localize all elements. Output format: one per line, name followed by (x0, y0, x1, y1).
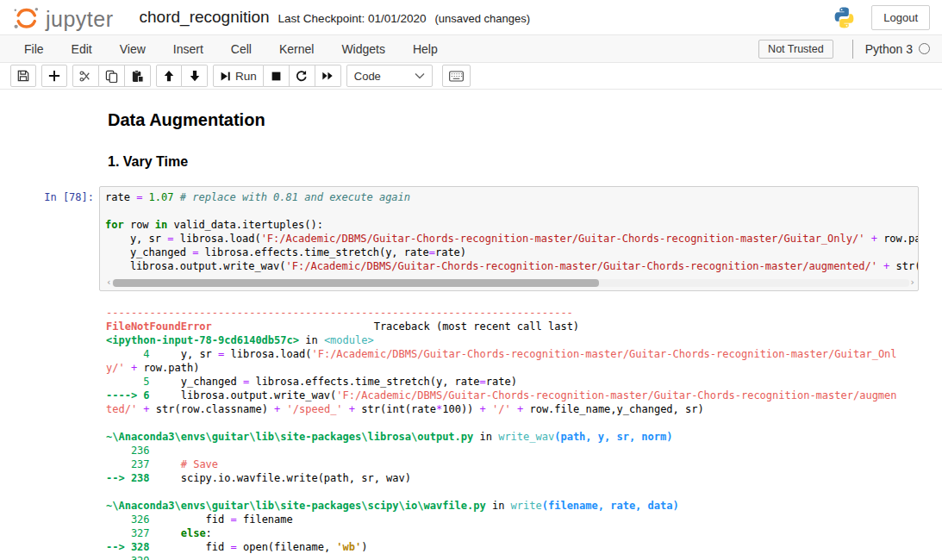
autosave-status: (unsaved changes) (434, 12, 530, 25)
cell-type-dropdown[interactable]: Code (346, 65, 433, 87)
checkpoint-text: Last Checkpoint: 01/01/2020 (278, 12, 427, 25)
cut-icon (79, 70, 92, 83)
move-cell-up-button[interactable] (156, 65, 182, 87)
scrollbar-thumb[interactable] (113, 279, 599, 287)
scrollbar-track[interactable] (112, 279, 908, 287)
run-cell-button[interactable]: Run (213, 65, 264, 87)
menu-view[interactable]: View (106, 36, 159, 62)
header: jupyter chord_recognition Last Checkpoin… (0, 0, 942, 34)
menu-insert[interactable]: Insert (159, 36, 217, 62)
jupyter-logo-text: jupyter (46, 9, 114, 32)
move-cell-down-button[interactable] (182, 65, 208, 87)
command-palette-button[interactable] (442, 65, 471, 87)
save-button[interactable] (10, 65, 36, 87)
keyboard-icon (449, 71, 464, 82)
add-cell-icon (48, 70, 60, 82)
toolbar: Run Code (0, 63, 942, 90)
trust-badge[interactable]: Not Trusted (758, 40, 833, 59)
code-cell[interactable]: In [78]: rate = 1.07 # replace with 0.81… (0, 186, 942, 291)
cell-horizontal-scrollbar[interactable]: ‹ › (105, 277, 916, 289)
markdown-heading-vary-time[interactable]: 1. Vary Time (108, 154, 919, 170)
cut-cell-button[interactable] (72, 65, 99, 87)
traceback-lines: ----------------------------------------… (106, 306, 919, 560)
jupyter-logo-icon (12, 3, 41, 32)
kernel-name: Python 3 (865, 42, 913, 56)
kernel-idle-icon (919, 43, 930, 54)
menu-edit[interactable]: Edit (58, 36, 106, 62)
input-prompt: In [78]: (0, 186, 99, 291)
fast-forward-icon (321, 70, 334, 82)
run-label: Run (235, 70, 257, 83)
stop-icon (271, 71, 282, 82)
move-up-icon (163, 70, 175, 82)
restart-run-all-button[interactable] (315, 65, 341, 87)
chevron-down-icon (415, 72, 425, 79)
menu-file[interactable]: File (10, 36, 58, 62)
copy-icon (105, 70, 118, 83)
notebook-title[interactable]: chord_recognition (140, 8, 270, 27)
paste-cell-button[interactable] (125, 65, 151, 87)
paste-icon (131, 70, 144, 83)
jupyter-logo[interactable]: jupyter (12, 3, 114, 32)
menu-help[interactable]: Help (399, 36, 452, 62)
cell-type-value: Code (354, 70, 381, 83)
save-icon (17, 70, 29, 82)
code-lines: rate = 1.07 # replace with 0.81 and exec… (105, 190, 918, 273)
error-output-area: ----------------------------------------… (106, 306, 919, 560)
scroll-right-icon[interactable]: › (909, 277, 916, 288)
menubar: File Edit View Insert Cell Kernel Widget… (0, 34, 942, 63)
menu-widgets[interactable]: Widgets (328, 36, 399, 62)
menu-kernel[interactable]: Kernel (265, 36, 328, 62)
divider (852, 40, 853, 59)
interrupt-kernel-button[interactable] (264, 65, 290, 87)
move-down-icon (189, 70, 201, 82)
code-input-area[interactable]: rate = 1.07 # replace with 0.81 and exec… (99, 186, 919, 291)
markdown-heading-data-augmentation[interactable]: Data Augmentation (108, 110, 919, 130)
scroll-left-icon[interactable]: ‹ (105, 277, 112, 288)
run-icon (220, 71, 231, 82)
menu-cell[interactable]: Cell (217, 36, 265, 62)
restart-kernel-button[interactable] (290, 65, 315, 87)
restart-icon (296, 70, 308, 82)
notebook-area: Data Augmentation 1. Vary Time In [78]: … (0, 90, 942, 560)
copy-cell-button[interactable] (99, 65, 125, 87)
python-logo-icon (833, 6, 856, 29)
logout-button[interactable]: Logout (871, 5, 930, 30)
add-cell-button[interactable] (41, 65, 67, 87)
